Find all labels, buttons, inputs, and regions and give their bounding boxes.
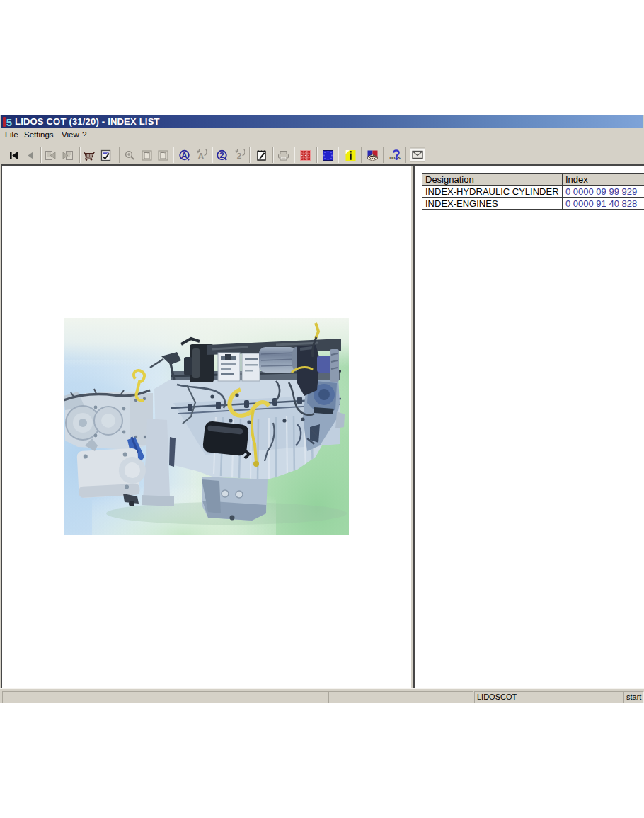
- svg-text:A: A: [198, 152, 204, 160]
- svg-text:2: 2: [219, 151, 224, 159]
- svg-text:LID: LID: [390, 157, 396, 160]
- svg-text:2: 2: [237, 152, 241, 160]
- svg-text:S: S: [398, 157, 401, 160]
- svg-text:A: A: [181, 151, 187, 159]
- svg-text:5: 5: [6, 116, 12, 127]
